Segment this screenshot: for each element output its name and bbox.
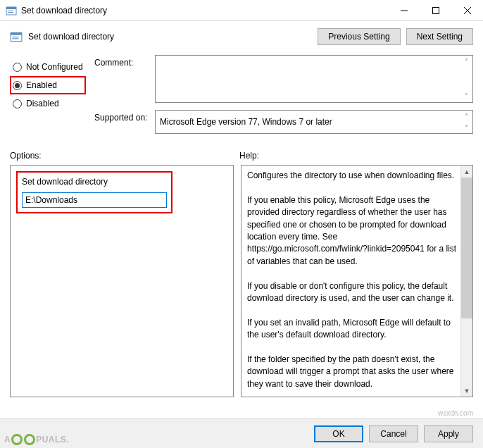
state-radios: Not Configured Enabled Disabled — [10, 55, 86, 141]
panels: Set download directory E:\Downloads Conf… — [0, 165, 483, 397]
help-section-label: Help: — [239, 151, 259, 161]
scroll-down-icon[interactable]: ˅ — [460, 90, 472, 102]
brand-circle-icon — [24, 434, 35, 445]
cancel-button[interactable]: Cancel — [369, 425, 418, 442]
supported-row: Supported on: Microsoft Edge version 77,… — [94, 110, 473, 134]
download-dir-label: Set download directory — [22, 177, 167, 187]
supported-on-text: Microsoft Edge version 77, Windows 7 or … — [155, 110, 473, 134]
section-labels: Options: Help: — [0, 141, 483, 165]
radio-label: Not Configured — [26, 62, 83, 72]
comment-textarea[interactable] — [155, 55, 473, 103]
ok-button[interactable]: OK — [314, 425, 363, 442]
nav-buttons: Previous Setting Next Setting — [318, 28, 473, 45]
supported-label: Supported on: — [94, 110, 155, 134]
watermark-brand: A PUALS. — [4, 434, 69, 445]
scroll-down-icon[interactable]: ▼ — [461, 385, 472, 397]
app-icon — [6, 5, 17, 16]
brand-text-left: A — [4, 435, 11, 444]
scroll-down-icon[interactable]: ˅ — [460, 122, 472, 133]
page-title: Set download directory — [28, 32, 318, 42]
help-panel: Configures the directory to use when dow… — [241, 165, 473, 397]
maximize-button[interactable] — [420, 0, 451, 20]
scrollbar-track[interactable] — [461, 318, 472, 385]
svg-rect-1 — [6, 7, 16, 9]
help-text: Configures the directory to use when dow… — [242, 166, 460, 397]
next-setting-button[interactable]: Next Setting — [406, 28, 473, 45]
options-section-label: Options: — [10, 151, 239, 161]
options-panel: Set download directory E:\Downloads — [10, 165, 234, 397]
policy-icon — [10, 30, 23, 43]
header: Set download directory Previous Setting … — [0, 21, 483, 49]
apply-button[interactable]: Apply — [424, 425, 473, 442]
radio-icon — [13, 99, 22, 108]
scroll-up-icon[interactable]: ˄ — [460, 111, 472, 122]
comment-row: Comment: ˄ ˅ — [94, 55, 473, 103]
radio-not-configured[interactable]: Not Configured — [10, 58, 86, 76]
minimize-button[interactable] — [388, 0, 420, 20]
radio-label: Enabled — [26, 80, 57, 90]
svg-rect-10 — [12, 37, 18, 37]
radio-icon — [13, 63, 22, 72]
fields: Comment: ˄ ˅ Supported on: Microsoft Edg… — [94, 55, 473, 141]
close-button[interactable] — [451, 0, 483, 20]
scroll-up-icon[interactable]: ˄ — [460, 56, 472, 68]
svg-rect-9 — [11, 32, 22, 35]
radio-icon — [13, 81, 22, 90]
radio-disabled[interactable]: Disabled — [10, 94, 86, 113]
brand-text-right: PUALS. — [36, 435, 69, 444]
download-dir-input[interactable]: E:\Downloads — [22, 192, 167, 208]
svg-rect-3 — [8, 12, 13, 13]
scrollbar-thumb[interactable] — [461, 178, 472, 318]
comment-scroll: ˄ ˅ — [460, 56, 472, 102]
window-buttons — [388, 0, 483, 20]
watermark-site: wsxdn.com — [438, 409, 473, 417]
svg-rect-11 — [12, 38, 18, 39]
svg-rect-5 — [432, 7, 439, 13]
svg-rect-2 — [8, 11, 13, 11]
options-group: Set download directory E:\Downloads — [16, 171, 172, 213]
help-scrollbar[interactable]: ▲ ▼ — [460, 166, 472, 397]
config-area: Not Configured Enabled Disabled Comment:… — [0, 49, 483, 141]
comment-label: Comment: — [94, 55, 155, 103]
scroll-up-icon[interactable]: ▲ — [461, 166, 472, 178]
titlebar: Set download directory — [0, 0, 483, 21]
supported-scroll: ˄ ˅ — [460, 111, 472, 133]
brand-circle-icon — [11, 434, 23, 445]
radio-label: Disabled — [26, 99, 59, 108]
previous-setting-button[interactable]: Previous Setting — [318, 28, 400, 45]
footer: OK Cancel Apply — [0, 418, 483, 448]
window-title: Set download directory — [21, 6, 388, 15]
radio-enabled[interactable]: Enabled — [10, 76, 86, 94]
